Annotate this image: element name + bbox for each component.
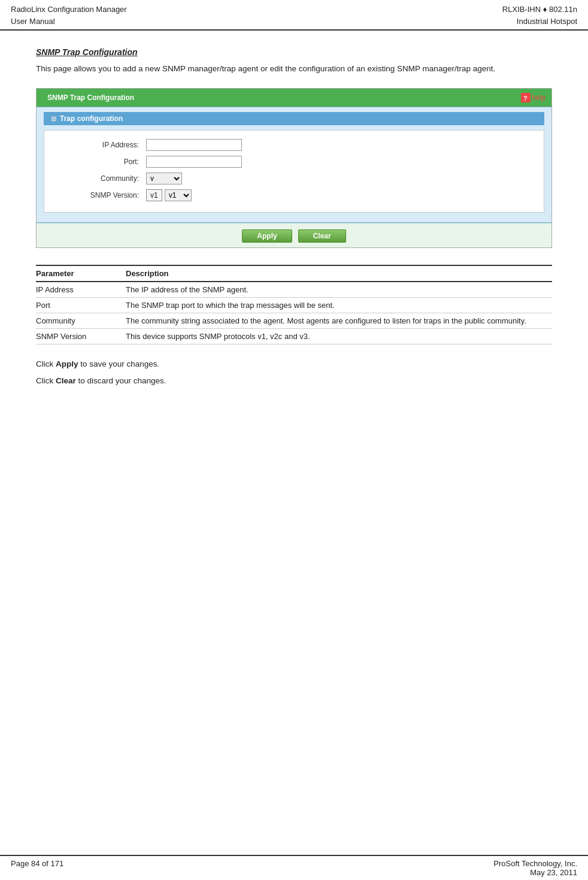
community-row: Community: v public private [62,173,526,185]
publish-date: May 23, 2011 [493,868,577,877]
page-footer: Page 84 of 171 ProSoft Technology, Inc. … [0,855,588,880]
help-icon: ? [521,93,531,102]
company-name: ProSoft Technology, Inc. [493,859,577,868]
col-description: Description [126,265,552,282]
snmp-version-controls: v1 v1 v2c v3 [146,189,192,201]
ip-address-row: IP Address: [62,139,526,151]
form-area: IP Address: Port: Community: v public pr… [44,130,544,213]
button-row: Apply Clear [37,223,551,247]
page-header: RadioLinx Configuration Manager User Man… [0,0,588,31]
config-box-header: SNMP Trap Configuration ? help [37,89,551,107]
header-right: RLXIB-IHN ♦ 802.11n Industrial Hotspot [502,4,577,27]
main-content: SNMP Trap Configuration This page allows… [0,31,588,409]
param-desc: The community string associated to the a… [126,313,552,329]
page-number: Page 84 of 171 [11,859,63,877]
svg-text:?: ? [523,95,528,102]
footer-right: ProSoft Technology, Inc. May 23, 2011 [493,859,577,877]
table-row: SNMP VersionThis device supports SNMP pr… [36,329,552,344]
apply-bold: Apply [56,359,78,368]
snmp-trap-config-button[interactable]: SNMP Trap Configuration [43,92,139,104]
apply-text-suffix: to save your changes. [78,359,160,368]
param-name: IP Address [36,282,126,298]
apply-button[interactable]: Apply [242,229,292,243]
ip-address-input[interactable] [146,139,242,151]
snmp-version-select[interactable]: v1 v2c v3 [165,189,192,201]
trap-config-section: ⊞ Trap configuration IP Address: Port: C… [37,107,551,223]
help-link[interactable]: ? help [521,93,545,102]
config-box: SNMP Trap Configuration ? help ⊞ Trap co… [36,88,552,248]
manual-label: User Manual [11,16,127,28]
clear-text-prefix: Click [36,376,56,385]
apply-text-prefix: Click [36,359,56,368]
clear-instruction: Click Clear to discard your changes. [36,374,552,388]
trap-config-header: ⊞ Trap configuration [44,112,544,125]
device-model: RLXIB-IHN ♦ 802.11n [502,4,577,16]
port-label: Port: [62,158,146,166]
app-title: RadioLinx Configuration Manager [11,4,127,16]
snmp-version-row: SNMP Version: v1 v1 v2c v3 [62,189,526,201]
param-desc: The SNMP trap port to which the trap mes… [126,298,552,313]
port-row: Port: [62,156,526,168]
help-label: help [532,93,545,102]
port-input[interactable] [146,156,242,168]
table-row: CommunityThe community string associated… [36,313,552,329]
param-name: Community [36,313,126,329]
section-title: SNMP Trap Configuration [36,47,552,57]
grid-icon: ⊞ [51,115,56,123]
param-desc: This device supports SNMP protocols v1, … [126,329,552,344]
clear-bold: Clear [56,376,76,385]
table-row: IP AddressThe IP address of the SNMP age… [36,282,552,298]
intro-text: This page allows you to add a new SNMP m… [36,63,552,75]
ip-address-label: IP Address: [62,141,146,149]
header-left: RadioLinx Configuration Manager User Man… [11,4,127,27]
parameter-table: Parameter Description IP AddressThe IP a… [36,265,552,344]
community-label: Community: [62,174,146,183]
apply-instruction: Click Apply to save your changes. [36,358,552,371]
trap-config-label: Trap configuration [60,114,123,123]
clear-button[interactable]: Clear [298,229,346,243]
param-name: Port [36,298,126,313]
clear-text-suffix: to discard your changes. [76,376,166,385]
col-parameter: Parameter [36,265,126,282]
snmp-v1-display: v1 [146,189,162,201]
table-row: PortThe SNMP trap port to which the trap… [36,298,552,313]
snmp-version-label: SNMP Version: [62,191,146,199]
community-select[interactable]: v public private [146,173,182,185]
param-name: SNMP Version [36,329,126,344]
param-desc: The IP address of the SNMP agent. [126,282,552,298]
device-type: Industrial Hotspot [502,16,577,28]
